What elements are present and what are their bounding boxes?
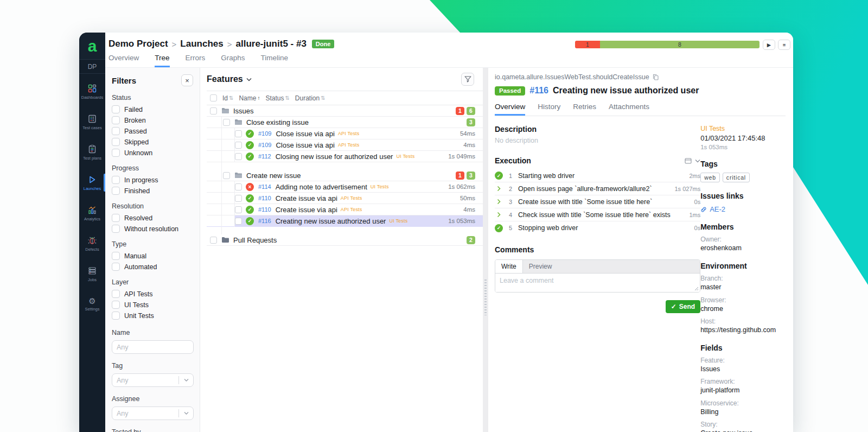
checkbox[interactable] — [112, 263, 120, 271]
close-filters-button[interactable]: × — [181, 74, 193, 86]
tree-filter-button[interactable] — [461, 73, 474, 86]
checkbox[interactable] — [235, 195, 242, 202]
tree-row-test[interactable]: ✓ #112 Closing new issue for authorized … — [207, 151, 483, 162]
columns-settings-icon[interactable] — [685, 158, 692, 164]
comment-textarea[interactable] — [495, 274, 700, 292]
tree-row-test-selected[interactable]: ✓ #116 Creating new issue authorized use… — [207, 215, 483, 227]
sidebar-item-defects[interactable]: Defects — [79, 231, 105, 256]
filter-tag-select[interactable] — [112, 373, 193, 387]
checkbox[interactable] — [112, 176, 120, 184]
test-id[interactable]: #110 — [258, 195, 271, 201]
tab-tree[interactable]: Tree — [155, 54, 169, 67]
tree-row-test[interactable]: × #114 Adding note to advertisement UI T… — [207, 181, 483, 193]
checkbox[interactable] — [112, 138, 120, 146]
filter-option-failed[interactable]: Failed — [112, 105, 193, 113]
execution-step[interactable]: ✓ 5 Stopping web driver 0s — [495, 221, 700, 234]
group-by-selector[interactable]: Features — [207, 74, 252, 84]
tab-errors[interactable]: Errors — [186, 54, 206, 67]
comment-write-tab[interactable]: Write — [495, 260, 523, 273]
send-comment-button[interactable]: ✓ Send — [666, 300, 700, 313]
checkbox[interactable] — [112, 105, 120, 113]
collapse-steps-icon[interactable] — [695, 159, 700, 163]
tab-detail-retries[interactable]: Retries — [573, 103, 596, 116]
tab-timeline[interactable]: Timeline — [261, 54, 289, 67]
tree-row-test[interactable]: ✓ #109 Close issue via api API Tests 54m… — [207, 128, 483, 139]
splitter-drag-handle[interactable] — [484, 279, 487, 315]
tab-detail-overview[interactable]: Overview — [495, 103, 525, 116]
sidebar-item-test-cases[interactable]: Test cases — [79, 109, 105, 135]
checkbox[interactable] — [223, 172, 230, 179]
filter-option-passed[interactable]: Passed — [112, 127, 193, 135]
tree-group-create-new-issue[interactable]: Create new issue 13 — [207, 170, 483, 181]
checkbox[interactable] — [210, 237, 217, 244]
tree-row-test[interactable]: ✓ #110 Create issue via api API Tests 50… — [207, 193, 483, 204]
tab-detail-history[interactable]: History — [538, 103, 560, 116]
column-status[interactable]: Status⇅ — [265, 94, 289, 102]
breadcrumb-project[interactable]: Demo Project — [108, 39, 168, 49]
filter-option-unit-tests[interactable]: Unit Tests — [112, 312, 193, 320]
column-duration[interactable]: Duration⇅ — [295, 94, 326, 102]
sidebar-item-analytics[interactable]: Analytics — [79, 200, 105, 226]
filter-option-ui-tests[interactable]: UI Tests — [112, 301, 193, 309]
checkbox[interactable] — [112, 187, 120, 195]
checkbox[interactable] — [210, 107, 217, 115]
execution-step[interactable]: 3 Create issue with title `Some issue ti… — [495, 195, 700, 208]
launch-menu-button[interactable]: ≡ — [778, 40, 790, 50]
filter-option-in-progress[interactable]: In progress — [112, 176, 193, 184]
checkbox[interactable] — [223, 119, 230, 126]
checkbox[interactable] — [112, 312, 120, 320]
tree-group-close-existing-issue[interactable]: Close existing issue 3 — [207, 117, 483, 128]
expand-step-icon[interactable] — [495, 212, 503, 218]
checkbox[interactable] — [235, 206, 242, 213]
filter-option-broken[interactable]: Broken — [112, 116, 193, 124]
execution-step[interactable]: 4 Check issue with title `Some issue tit… — [495, 208, 700, 221]
test-id[interactable]: #116 — [258, 218, 271, 224]
expand-step-icon[interactable] — [495, 186, 503, 192]
tree-group-pull-requests[interactable]: Pull Requests 2 — [207, 234, 483, 246]
tag-chip[interactable]: web — [700, 173, 720, 182]
checkbox[interactable] — [112, 214, 120, 222]
checkbox[interactable] — [235, 142, 242, 149]
panel-splitter[interactable] — [483, 68, 488, 432]
filter-assignee-select[interactable] — [112, 406, 193, 420]
tab-overview[interactable]: Overview — [108, 54, 139, 67]
checkbox[interactable] — [235, 130, 242, 137]
tab-detail-attachments[interactable]: Attachments — [609, 103, 649, 116]
comment-preview-tab[interactable]: Preview — [523, 260, 558, 273]
resize-handle-icon[interactable] — [694, 287, 699, 291]
breadcrumb-launches[interactable]: Launches — [180, 39, 223, 49]
test-id[interactable]: #109 — [258, 142, 271, 148]
tab-graphs[interactable]: Graphs — [221, 54, 245, 67]
checkbox[interactable] — [112, 301, 120, 309]
sidebar-item-test-plans[interactable]: Test plans — [79, 139, 105, 165]
test-id[interactable]: #110 — [258, 206, 271, 213]
checkbox[interactable] — [112, 225, 120, 233]
filter-option-without-resolution[interactable]: Without resolution — [112, 225, 193, 233]
execution-step[interactable]: 2 Open issues page `allure-framework/all… — [495, 182, 700, 195]
checkbox[interactable] — [235, 218, 242, 225]
checkbox[interactable] — [112, 127, 120, 135]
select-all-checkbox[interactable] — [210, 94, 217, 101]
test-id[interactable]: #112 — [258, 153, 271, 160]
test-id-link[interactable]: #116 — [529, 86, 548, 96]
filter-option-automated[interactable]: Automated — [112, 263, 193, 271]
checkbox[interactable] — [235, 183, 242, 190]
tree-row-test[interactable]: ✓ #110 Create issue via api API Tests 4m… — [207, 204, 483, 215]
checkbox[interactable] — [235, 153, 242, 160]
filter-option-finished[interactable]: Finished — [112, 187, 193, 195]
test-id[interactable]: #109 — [258, 130, 271, 137]
copy-icon[interactable] — [653, 74, 659, 80]
sidebar-item-jobs[interactable]: Jobs — [79, 261, 105, 287]
checkbox[interactable] — [112, 149, 120, 157]
test-id[interactable]: #114 — [258, 183, 271, 190]
rerun-launch-button[interactable]: ▶ — [763, 40, 775, 50]
issue-link[interactable]: AE-2 — [700, 205, 786, 213]
sidebar-item-settings[interactable]: ⚙ Settings — [79, 291, 105, 317]
tree-group-issues[interactable]: Issues 16 — [207, 105, 483, 117]
execution-step[interactable]: ✓ 1 Starting web driver 2ms — [495, 169, 700, 182]
filter-option-api-tests[interactable]: API Tests — [112, 290, 193, 298]
checkbox[interactable] — [112, 252, 120, 260]
expand-step-icon[interactable] — [495, 199, 503, 205]
filter-option-manual[interactable]: Manual — [112, 252, 193, 260]
filter-option-skipped[interactable]: Skipped — [112, 138, 193, 146]
